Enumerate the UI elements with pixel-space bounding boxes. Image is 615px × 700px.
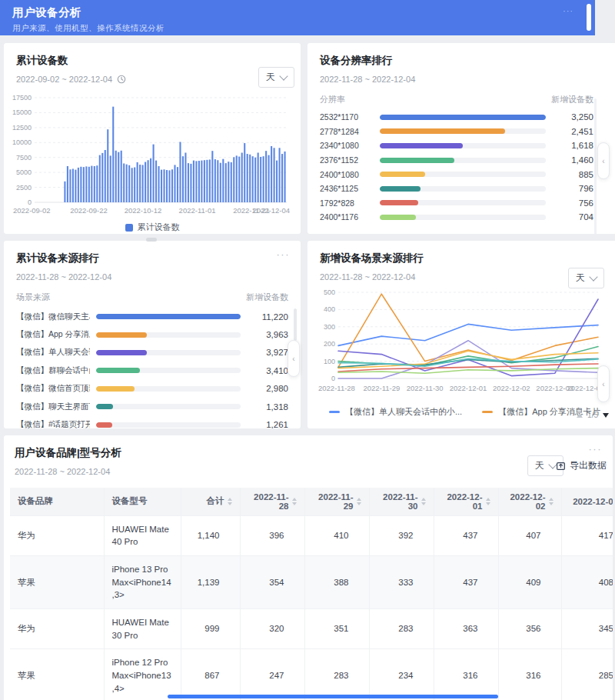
rank-label: 【微信】单人聊天会话...	[16, 347, 90, 358]
rank-bar-track	[380, 128, 546, 134]
column-header: 设备品牌	[10, 488, 104, 515]
svg-text:12500: 12500	[12, 124, 32, 132]
table-horizontal-scrollbar[interactable]	[168, 695, 498, 698]
rank-label: 1792*828	[320, 198, 371, 208]
table-row: 华为HUAWEI Mate 40 Pro1,140396410392437407…	[10, 515, 613, 555]
column-header[interactable]: 合计	[181, 488, 240, 515]
table-row: 苹果iPhone 13 Pro Max<iPhone14,3>1,1393543…	[10, 555, 613, 608]
legend-label: 【微信】单人聊天会话中的小...	[345, 406, 462, 418]
sort-carets-icon[interactable]	[549, 498, 554, 505]
column-label-new-devices: 新增设备数	[551, 94, 593, 105]
panel-date-range: 2022-11-28 ~ 2022-12-04	[15, 467, 110, 476]
panel-ellipsis-icon[interactable]: ···	[589, 443, 603, 455]
panel-ellipsis-icon[interactable]: ···	[277, 248, 291, 260]
column-header[interactable]: 2022-12-03	[561, 488, 613, 515]
chart-legend[interactable]: 累计设备数	[16, 222, 288, 233]
export-button[interactable]: 导出数据	[556, 459, 607, 472]
panel-title: 累计设备来源排行	[16, 252, 288, 265]
rank-bar-track	[96, 422, 241, 428]
granularity-select[interactable]: 天	[568, 268, 604, 288]
carousel-prev-button[interactable]: ‹	[597, 142, 610, 179]
rank-value: 2,451	[555, 127, 593, 136]
rank-value: 1,318	[250, 402, 288, 412]
brand-model-table: 设备品牌设备型号合计2022-11-282022-11-292022-11-30…	[10, 488, 613, 700]
source-rank-list: 【微信】微信聊天主界...11,220【微信】App 分享消息...3,963【…	[16, 308, 288, 428]
rank-bar-fill	[96, 404, 113, 409]
rank-value: 3,410	[250, 366, 288, 375]
brand-cell: 华为	[10, 608, 104, 648]
panel-brand-model: 用户设备品牌|型号分析 ··· 2022-11-28 ~ 2022-12-04 …	[4, 435, 613, 700]
rank-row: 【微信】群聊会话中的...3,410	[16, 362, 288, 379]
rank-row: 【微信】#话题页打开小...1,261	[16, 415, 288, 428]
rank-row: 【微信】单人聊天会话...3,927	[16, 344, 288, 362]
legend-label: 累计设备数	[138, 222, 180, 233]
column-header[interactable]: 2022-12-01	[434, 488, 498, 515]
column-header[interactable]: 2022-12-02	[498, 488, 561, 515]
carousel-prev-button[interactable]: ‹	[597, 365, 610, 402]
value-cell: 283	[369, 608, 434, 648]
header-ellipsis-icon[interactable]: ···	[563, 6, 573, 15]
svg-text:300: 300	[324, 323, 335, 331]
chevron-down-icon	[589, 272, 597, 281]
svg-text:2022-11-29: 2022-11-29	[363, 384, 400, 392]
panel-title: 累计设备数	[16, 54, 288, 68]
legend-page-up-icon[interactable]	[577, 413, 583, 418]
value-cell: 999	[181, 608, 240, 648]
panel-date-range: 2022-11-28 ~ 2022-12-04	[320, 75, 415, 84]
svg-text:7500: 7500	[16, 154, 32, 162]
legend-page-down-icon[interactable]	[603, 413, 609, 418]
page-subtitle: 用户来源、使用机型、操作系统情况分析	[12, 23, 583, 34]
svg-text:2022-11-01: 2022-11-01	[179, 206, 216, 215]
svg-text:0: 0	[331, 375, 335, 382]
legend-line-icon	[329, 411, 340, 413]
sort-carets-icon[interactable]	[357, 498, 361, 505]
row-resize-handle[interactable]	[146, 238, 157, 242]
rank-row: 1792*828756	[320, 196, 593, 211]
rank-bar-track	[380, 158, 546, 163]
legend-pagination: 1/5	[577, 411, 609, 419]
value-cell: 285	[561, 649, 613, 700]
rank-value: 756	[555, 198, 593, 208]
carousel-prev-button[interactable]: ‹	[288, 340, 300, 377]
column-header[interactable]: 2022-11-29	[304, 488, 369, 515]
sort-carets-icon[interactable]	[486, 498, 490, 505]
column-header[interactable]: 2022-11-28	[240, 488, 304, 515]
chevron-left-icon: ‹	[602, 157, 604, 165]
rank-value: 1,618	[555, 141, 593, 150]
value-cell: 437	[434, 515, 498, 555]
list-scrollbar-track[interactable]	[594, 98, 597, 234]
legend-item[interactable]: 【微信】单人聊天会话中的小...	[329, 406, 462, 418]
chevron-left-icon: ‹	[292, 355, 294, 363]
svg-text:2022-12-01: 2022-12-01	[450, 384, 487, 392]
svg-text:0: 0	[28, 198, 32, 206]
page-scrollbar-thumb[interactable]	[587, 4, 591, 31]
sort-carets-icon[interactable]	[292, 498, 297, 505]
sort-carets-icon[interactable]	[228, 498, 232, 505]
value-cell: 409	[498, 555, 561, 608]
sort-carets-icon[interactable]	[421, 498, 426, 505]
value-cell: 1,140	[181, 515, 240, 555]
granularity-select[interactable]: 天	[258, 67, 294, 88]
svg-text:2022-09-22: 2022-09-22	[70, 206, 108, 215]
svg-text:2500: 2500	[16, 184, 32, 192]
list-scrollbar-thumb[interactable]	[294, 308, 297, 341]
value-cell: 417	[561, 515, 613, 555]
panel-date-range: 2022-09-02 ~ 2022-12-04	[16, 75, 112, 84]
svg-text:15000: 15000	[12, 108, 32, 116]
clock-icon	[117, 75, 126, 84]
value-cell: 396	[240, 515, 304, 555]
rank-row: 【微信】微信聊天主界...11,220	[16, 308, 288, 325]
rank-bar-track	[96, 314, 241, 319]
column-header[interactable]: 2022-11-30	[369, 488, 434, 515]
rank-value: 11,220	[250, 312, 288, 322]
line-chart-legend: 【微信】单人聊天会话中的小...【微信】App 分享消息卡片	[329, 406, 612, 418]
rank-list-header: 分辨率 新增设备数	[320, 94, 612, 105]
value-cell: 392	[369, 515, 434, 555]
dashboard-body: 累计设备数 2022-09-02 ~ 2022-12-04 天 02500500…	[0, 35, 615, 700]
rank-label: 【微信】微信首页顶部...	[16, 383, 90, 394]
svg-text:2022-11-28: 2022-11-28	[318, 384, 355, 392]
rank-bar-track	[380, 186, 546, 192]
svg-text:17500: 17500	[12, 94, 32, 102]
export-label: 导出数据	[570, 459, 607, 472]
rank-bar-fill	[96, 368, 140, 373]
